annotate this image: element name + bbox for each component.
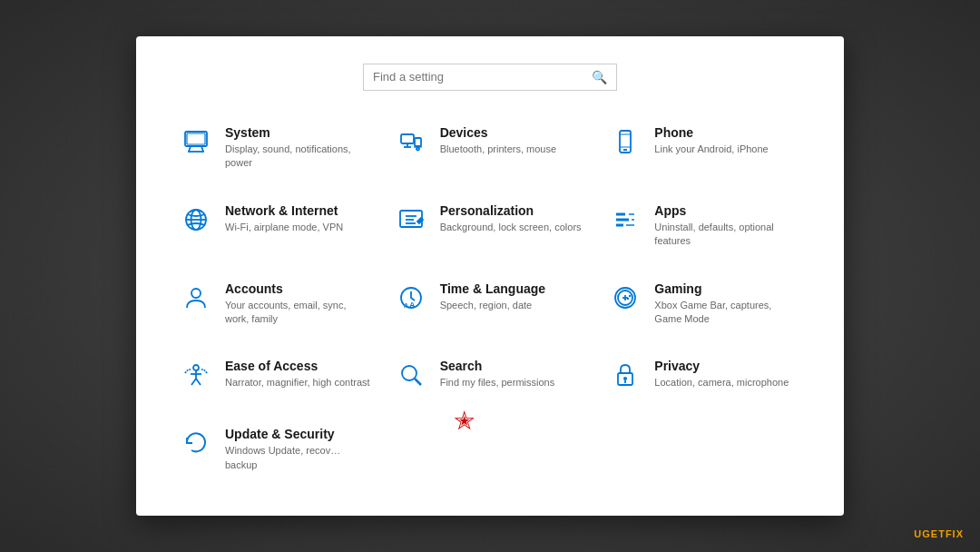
setting-search[interactable]: Search Find my files, permissions — [387, 351, 593, 401]
accounts-icon — [180, 283, 212, 317]
search-text: Search Find my files, permissions — [440, 359, 555, 389]
network-desc: Wi-Fi, airplane mode, VPN — [225, 221, 343, 234]
ease-icon — [180, 360, 212, 394]
system-desc: Display, sound, notifications, power — [225, 143, 371, 171]
update-text: Update & Security Windows Update, recov…… — [225, 427, 371, 472]
apps-title: Apps — [654, 203, 800, 218]
setting-devices[interactable]: Devices Bluetooth, printers, mouse — [387, 118, 593, 178]
ease-desc: Narrator, magnifier, high contrast — [225, 376, 370, 389]
svg-point-42 — [623, 377, 627, 380]
devices-icon — [395, 127, 427, 161]
watermark: UGETFIX — [914, 528, 964, 539]
update-title: Update & Security — [225, 427, 371, 441]
privacy-text: Privacy Location, camera, microphone — [654, 359, 789, 389]
apps-text: Apps Uninstall, defaults, optional featu… — [654, 203, 800, 249]
search-title: Search — [440, 359, 555, 373]
svg-point-38 — [193, 365, 199, 370]
watermark-highlight: GET — [922, 528, 946, 539]
watermark-prefix: U — [914, 528, 922, 539]
time-icon: AA — [395, 283, 427, 317]
svg-point-39 — [402, 366, 416, 380]
phone-desc: Link your Android, iPhone — [654, 143, 768, 156]
setting-personalization[interactable]: Personalization Background, lock screen,… — [387, 196, 593, 256]
apps-desc: Uninstall, defaults, optional features — [654, 221, 800, 249]
accounts-desc: Your accounts, email, sync, work, family — [225, 299, 371, 327]
privacy-title: Privacy — [654, 359, 789, 373]
system-text: System Display, sound, notifications, po… — [225, 125, 371, 171]
devices-text: Devices Bluetooth, printers, mouse — [440, 125, 556, 156]
devices-desc: Bluetooth, printers, mouse — [440, 143, 556, 156]
settings-window: 🔍 System Display, sound, notifications, … — [136, 36, 844, 516]
phone-title: Phone — [654, 125, 768, 140]
time-title: Time & Language — [440, 281, 545, 296]
svg-rect-5 — [401, 134, 414, 143]
phone-text: Phone Link your Android, iPhone — [654, 125, 768, 156]
personalization-title: Personalization — [440, 203, 582, 218]
svg-text:A: A — [404, 302, 408, 309]
svg-text:A: A — [409, 301, 416, 310]
setting-accounts[interactable]: Accounts Your accounts, email, sync, wor… — [172, 274, 378, 334]
search-icon — [395, 360, 427, 394]
svg-rect-6 — [415, 138, 421, 146]
network-title: Network & Internet — [225, 203, 343, 218]
svg-rect-18 — [400, 211, 422, 227]
apps-icon — [609, 205, 642, 239]
find-setting-input[interactable] — [373, 70, 592, 84]
time-desc: Speech, region, date — [440, 299, 545, 312]
ease-title: Ease of Access — [225, 359, 370, 373]
system-icon — [180, 127, 212, 161]
search-bar-area: 🔍 — [172, 64, 808, 91]
setting-ease[interactable]: Ease of Access Narrator, magnifier, high… — [172, 351, 378, 401]
gaming-title: Gaming — [654, 281, 800, 296]
setting-phone[interactable]: Phone Link your Android, iPhone — [602, 118, 808, 178]
network-icon — [180, 205, 212, 239]
system-title: System — [225, 125, 371, 140]
personalization-desc: Background, lock screen, colors — [440, 221, 582, 234]
svg-rect-4 — [187, 133, 205, 144]
update-desc: Windows Update, recov… backup — [225, 444, 371, 472]
gaming-desc: Xbox Game Bar, captures, Game Mode — [654, 299, 800, 327]
accounts-text: Accounts Your accounts, email, sync, wor… — [225, 281, 371, 327]
settings-grid: System Display, sound, notifications, po… — [172, 118, 808, 479]
search-bar-icon: 🔍 — [592, 70, 607, 84]
setting-system[interactable]: System Display, sound, notifications, po… — [172, 118, 378, 178]
personalization-text: Personalization Background, lock screen,… — [440, 203, 582, 234]
personalization-icon — [395, 205, 427, 239]
setting-time[interactable]: AA Time & Language Speech, region, date — [387, 274, 593, 334]
svg-point-36 — [629, 294, 631, 296]
setting-apps[interactable]: Apps Uninstall, defaults, optional featu… — [602, 196, 808, 256]
privacy-desc: Location, camera, microphone — [654, 376, 789, 389]
setting-gaming[interactable]: Gaming Xbox Game Bar, captures, Game Mod… — [602, 274, 808, 334]
network-text: Network & Internet Wi-Fi, airplane mode,… — [225, 203, 343, 234]
update-icon — [180, 429, 212, 462]
search-desc: Find my files, permissions — [440, 376, 555, 389]
gaming-text: Gaming Xbox Game Bar, captures, Game Mod… — [654, 281, 800, 327]
watermark-suffix: FIX — [946, 528, 964, 539]
time-text: Time & Language Speech, region, date — [440, 281, 545, 312]
search-bar[interactable]: 🔍 — [363, 64, 617, 91]
gaming-icon — [609, 283, 642, 317]
svg-point-9 — [416, 147, 419, 150]
privacy-icon — [609, 360, 642, 394]
setting-privacy[interactable]: Privacy Location, camera, microphone — [602, 351, 808, 401]
svg-point-37 — [627, 297, 629, 299]
devices-title: Devices — [440, 125, 556, 140]
accounts-title: Accounts — [225, 281, 371, 296]
svg-point-28 — [191, 289, 201, 298]
svg-line-40 — [415, 379, 421, 385]
setting-update[interactable]: Update & Security Windows Update, recov…… — [172, 419, 378, 479]
ease-text: Ease of Access Narrator, magnifier, high… — [225, 359, 370, 389]
phone-icon — [609, 127, 642, 161]
setting-network[interactable]: Network & Internet Wi-Fi, airplane mode,… — [172, 196, 378, 256]
